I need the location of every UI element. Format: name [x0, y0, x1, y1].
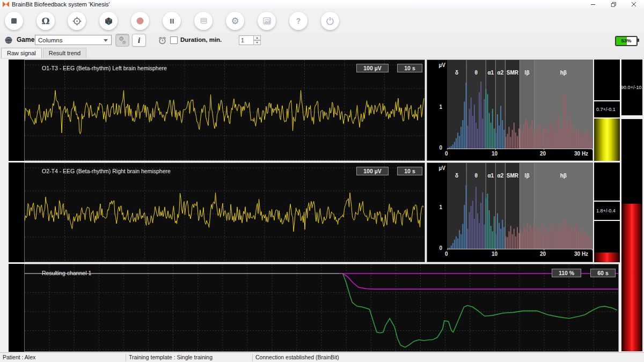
- question-icon: ?: [294, 17, 303, 25]
- status-bar: Patient : Alex Training template : Singl…: [0, 352, 644, 362]
- svg-text:⚙: ⚙: [231, 16, 239, 26]
- ytick: 0: [431, 245, 442, 251]
- band-labels: δθα1α2SMRlβhβ: [427, 70, 592, 77]
- band-label-1: θ: [474, 173, 477, 179]
- gears-icon: ⚙ ⚙: [117, 35, 128, 46]
- game-settings-button[interactable]: ⚙ ⚙: [115, 34, 129, 47]
- band-label-5: lβ: [525, 173, 530, 179]
- band-label-6: hβ: [560, 70, 567, 76]
- band-label-3: α2: [497, 70, 504, 76]
- stepper-up-button[interactable]: ▲: [253, 35, 261, 40]
- duration-label: Duration, min.: [180, 36, 222, 43]
- record-button[interactable]: [131, 12, 149, 30]
- minimize-button[interactable]: [583, 0, 603, 9]
- ytick: 0: [431, 145, 442, 151]
- restore-button[interactable]: [603, 0, 624, 9]
- crosshair-icon: [72, 17, 82, 26]
- timebase-button[interactable]: 10 s: [397, 64, 422, 72]
- duration-stepper: ▲ ▼: [253, 35, 261, 45]
- band-label-5: lβ: [525, 70, 530, 76]
- xtick: 0: [445, 151, 448, 157]
- xtick: 30 Hz: [574, 251, 588, 257]
- game-label: Game: [17, 36, 34, 43]
- settings-button[interactable]: ⚙: [226, 12, 244, 30]
- band-label-0: δ: [455, 70, 458, 76]
- battery-nub: [638, 39, 639, 42]
- result-plot: Resulting channel 1 110 % 60 s: [24, 264, 619, 352]
- signal-check-button[interactable]: [68, 12, 86, 30]
- statistics-button[interactable]: [258, 12, 276, 30]
- gauge-fill-yellow: [594, 119, 620, 161]
- indicator-value: 1.8+/-0.4: [594, 202, 620, 220]
- session-stack-button[interactable]: [194, 12, 213, 30]
- app-logo-icon: [2, 1, 10, 8]
- indicator-display: [594, 162, 620, 201]
- timebase-button[interactable]: 10 s: [397, 167, 422, 175]
- pause-button[interactable]: [163, 12, 181, 30]
- duration-checkbox[interactable]: [170, 36, 178, 44]
- power-button[interactable]: [321, 12, 339, 30]
- xtick: 30 Hz: [574, 151, 588, 157]
- result-plot-title: Resulting channel 1: [42, 270, 91, 276]
- omega-icon: Ω: [41, 16, 50, 26]
- duration-input[interactable]: [239, 35, 254, 45]
- layers-icon: [199, 17, 208, 25]
- game-select[interactable]: Columns: [35, 35, 112, 45]
- indicator-gauge: [594, 119, 620, 161]
- tab-result-trend[interactable]: Result trend: [43, 48, 86, 58]
- game-cube-icon: [104, 17, 113, 26]
- battery-indicator: 53%: [615, 36, 638, 46]
- eeg-plot-title: O1-T3 - EEG (Beta-rhythm) Left brain hem…: [42, 65, 167, 71]
- restore-icon: [611, 2, 617, 8]
- scale-button[interactable]: 100 µV: [356, 64, 389, 72]
- indicator-value: 0.7+/-0.1: [594, 101, 620, 117]
- result-panel: 100 75 50 25 0 Resulting channel 1 110 %…: [9, 264, 619, 352]
- spectrum-panel-right: µV Beta-rhythm 1 0 δθα1α2SMRlβhβ 0 10 20…: [427, 162, 593, 262]
- svg-text:?: ?: [296, 17, 301, 25]
- gauge-fill-red: [621, 204, 642, 351]
- eeg-plot-title: O2-T4 - EEG (Beta-rhythm) Right brain he…: [42, 168, 171, 174]
- power-icon: [326, 17, 334, 25]
- overall-gauge: [621, 119, 642, 351]
- scale-button[interactable]: 100 µV: [356, 167, 389, 175]
- unit-label: µV: [431, 62, 445, 68]
- svg-text:Ω: Ω: [41, 16, 49, 26]
- scale-button[interactable]: 110 %: [552, 269, 581, 277]
- game-select-value: Columns: [38, 37, 62, 43]
- impedance-omega-button[interactable]: Ω: [36, 12, 55, 30]
- game-sphere-icon: [4, 36, 13, 45]
- game-info-button[interactable]: i: [132, 34, 146, 47]
- band-label-0: δ: [455, 173, 458, 179]
- indicator-column-right: 1.8+/-0.4: [594, 162, 620, 262]
- xtick: 0: [445, 251, 448, 257]
- band-label-2: α1: [487, 173, 494, 179]
- stepper-down-button[interactable]: ▼: [253, 40, 261, 45]
- stop-button[interactable]: [5, 12, 23, 30]
- eeg-panel-left: 100 50 0 -50 -100 O1-T3 - EEG (Beta-rhyt…: [9, 60, 425, 161]
- band-label-2: α1: [487, 70, 494, 76]
- game-bar: Game Columns ⚙ ⚙ i Duration, min. ▲ ▼ 53…: [0, 33, 644, 48]
- indicator-display: [594, 60, 620, 100]
- game-launch-button[interactable]: [99, 12, 118, 30]
- close-icon: [631, 2, 636, 7]
- gear-icon: ⚙: [230, 16, 240, 26]
- eeg-plot-left: O1-T3 - EEG (Beta-rhythm) Left brain hem…: [24, 60, 425, 161]
- overall-target-value: 90.0+/-10.: [621, 60, 642, 115]
- pause-icon: [168, 17, 176, 25]
- band-labels: δθα1α2SMRlβhβ: [427, 173, 592, 180]
- help-button[interactable]: ?: [289, 12, 308, 30]
- tab-raw-signal[interactable]: Raw signal: [1, 48, 42, 58]
- xtick: 20: [540, 151, 546, 157]
- band-label-1: θ: [474, 70, 477, 76]
- app-window: BrainBit Biofeedback system 'Kinesis' Ω: [0, 0, 644, 362]
- info-icon: i: [138, 36, 140, 45]
- eeg-panel-right: 100 50 0 -50 -100 O2-T4 - EEG (Beta-rhyt…: [9, 162, 425, 262]
- status-template: Training template : Single training: [129, 354, 213, 360]
- timebase-button[interactable]: 60 s: [590, 269, 616, 277]
- close-button[interactable]: [624, 0, 644, 9]
- view-tabs: Raw signal Result trend: [0, 47, 644, 58]
- ytick: 1: [431, 204, 442, 210]
- xtick: 10: [492, 251, 497, 257]
- titlebar: BrainBit Biofeedback system 'Kinesis': [0, 0, 644, 9]
- eeg-plot-right: O2-T4 - EEG (Beta-rhythm) Right brain he…: [24, 162, 425, 262]
